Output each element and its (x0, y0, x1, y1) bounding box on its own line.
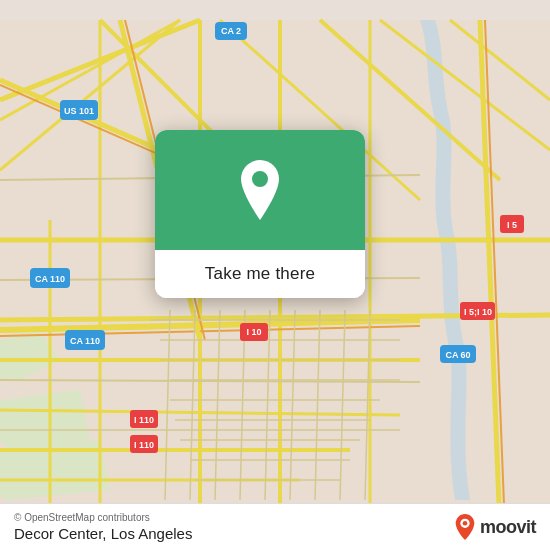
moovit-logo: moovit (454, 514, 536, 540)
svg-text:I 5;I 10: I 5;I 10 (464, 307, 492, 317)
map-pin-icon (236, 160, 284, 220)
location-card: Take me there (155, 130, 365, 298)
svg-text:CA 110: CA 110 (35, 274, 65, 284)
moovit-brand-text: moovit (480, 517, 536, 538)
svg-text:I 110: I 110 (134, 415, 154, 425)
svg-marker-2 (0, 390, 90, 450)
moovit-pin-icon (454, 514, 476, 540)
card-map-area (155, 130, 365, 250)
svg-point-73 (252, 171, 268, 187)
bottom-bar: © OpenStreetMap contributors Decor Cente… (0, 503, 550, 550)
svg-point-75 (463, 521, 468, 526)
svg-text:CA 60: CA 60 (445, 350, 470, 360)
svg-text:I 5: I 5 (507, 220, 517, 230)
location-info: © OpenStreetMap contributors Decor Cente… (14, 512, 192, 542)
location-name: Decor Center, Los Angeles (14, 525, 192, 542)
map-container: CA 2 US 101 CA 110 CA 110 I 10 I 5 I 5;I… (0, 0, 550, 550)
svg-text:I 10: I 10 (246, 327, 261, 337)
map-attribution: © OpenStreetMap contributors (14, 512, 192, 523)
svg-text:I 110: I 110 (134, 440, 154, 450)
svg-text:CA 110: CA 110 (70, 336, 100, 346)
svg-text:CA 2: CA 2 (221, 26, 241, 36)
take-me-there-button[interactable]: Take me there (155, 250, 365, 298)
svg-text:US 101: US 101 (64, 106, 94, 116)
